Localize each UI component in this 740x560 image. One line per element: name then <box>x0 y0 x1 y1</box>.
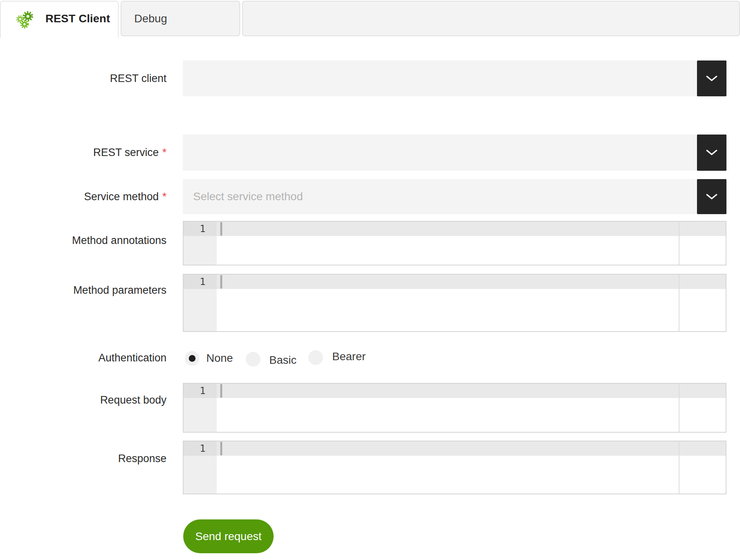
editor-active-line <box>184 222 726 236</box>
tab-rest-client-label: REST Client <box>45 12 110 27</box>
request-body-label: Request body <box>0 384 166 416</box>
text-cursor <box>220 222 222 236</box>
tab-debug[interactable]: Debug <box>121 1 240 36</box>
line-number: 1 <box>184 441 217 456</box>
response-label-text: Response <box>118 453 166 465</box>
text-cursor <box>220 384 222 398</box>
method-parameters-label: Method parameters <box>0 275 166 306</box>
response-label: Response <box>0 443 166 474</box>
line-number-gutter <box>184 236 217 265</box>
service-method-label-text: Service method <box>84 191 159 203</box>
tab-bar-filler <box>242 1 740 36</box>
authentication-label-text: Authentication <box>98 352 166 364</box>
rest-client-label-text: REST client <box>110 72 166 85</box>
request-body-editor[interactable]: 1 <box>183 383 726 433</box>
send-request-button[interactable]: Send request <box>183 519 274 553</box>
editor-ruler <box>679 384 679 432</box>
tab-debug-label: Debug <box>134 12 167 25</box>
service-method-dropdown-button[interactable] <box>697 179 726 214</box>
line-number-gutter <box>184 289 217 331</box>
method-annotations-label-text: Method annotations <box>72 234 166 247</box>
text-cursor <box>220 442 222 455</box>
radio-dot <box>312 354 319 361</box>
rest-client-label: REST client <box>0 60 166 96</box>
line-number: 1 <box>184 275 217 289</box>
radio-none-label[interactable]: None <box>206 352 233 365</box>
radio-bearer[interactable] <box>308 350 323 365</box>
method-annotations-label: Method annotations <box>0 225 166 256</box>
chevron-down-icon <box>706 193 718 200</box>
rest-service-select[interactable] <box>183 135 726 171</box>
line-number: 1 <box>184 222 217 236</box>
rest-service-label: REST service * <box>0 135 166 171</box>
editor-active-line <box>184 441 726 456</box>
tab-rest-client[interactable]: REST Client <box>0 1 119 38</box>
radio-basic[interactable] <box>246 352 260 367</box>
service-method-select[interactable]: Select service method <box>183 179 726 214</box>
chevron-down-icon <box>706 149 718 156</box>
rest-client-select[interactable] <box>183 60 726 96</box>
editor-ruler <box>679 275 679 331</box>
radio-dot <box>250 356 256 363</box>
service-method-placeholder: Select service method <box>193 179 303 214</box>
editor-active-line <box>184 275 726 289</box>
radio-bearer-label[interactable]: Bearer <box>332 350 366 363</box>
editor-active-line <box>184 384 726 398</box>
response-editor[interactable]: 1 <box>183 441 726 494</box>
tab-bar: Debug <box>0 0 740 38</box>
chevron-down-icon <box>706 75 718 82</box>
line-number-gutter <box>184 456 217 494</box>
radio-none[interactable] <box>185 351 200 366</box>
rest-service-dropdown-button[interactable] <box>697 135 726 171</box>
required-asterisk: * <box>162 191 166 203</box>
text-cursor <box>220 275 222 289</box>
radio-basic-label[interactable]: Basic <box>269 354 296 367</box>
radio-dot <box>189 355 196 362</box>
method-parameters-editor[interactable]: 1 <box>183 274 726 332</box>
required-asterisk: * <box>162 146 166 159</box>
authentication-label: Authentication <box>0 342 166 373</box>
rest-service-label-text: REST service <box>93 146 159 159</box>
rest-client-page: Debug <box>0 0 740 560</box>
method-annotations-editor[interactable]: 1 <box>183 221 726 265</box>
rest-client-dropdown-button[interactable] <box>697 60 726 96</box>
request-body-label-text: Request body <box>100 394 166 406</box>
gears-icon <box>15 10 35 30</box>
line-number: 1 <box>184 384 217 398</box>
editor-ruler <box>679 222 679 265</box>
line-number-gutter <box>184 398 217 432</box>
method-parameters-label-text: Method parameters <box>73 284 166 297</box>
authentication-radio-group: None Basic Bearer <box>183 343 422 373</box>
service-method-label: Service method * <box>0 179 166 214</box>
editor-ruler <box>679 441 679 494</box>
